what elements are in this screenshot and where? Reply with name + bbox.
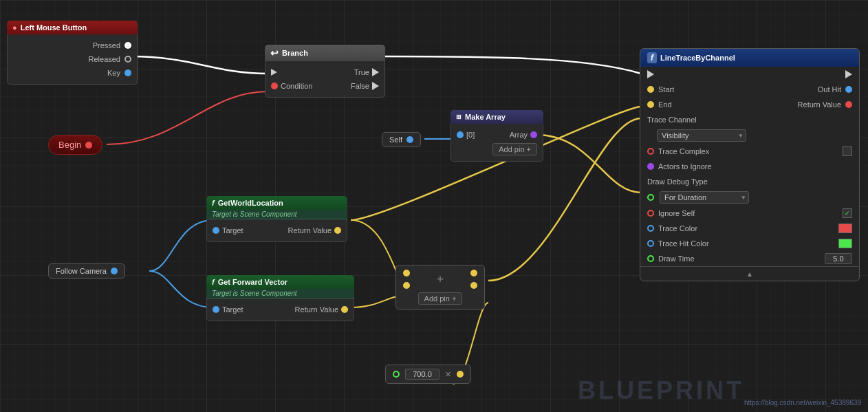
line-trace-panel: f LineTraceByChannel Start Out Hit End R…: [640, 48, 860, 281]
make-array-node: ⊞ Make Array [0] Array Add pin +: [451, 110, 543, 162]
branch-node: ↩ Branch True Condition False: [265, 45, 385, 98]
add-pin-out1[interactable]: [470, 270, 477, 277]
gwl-title: GetWorldLocation: [218, 199, 283, 207]
branch-exec-row: True: [265, 65, 384, 79]
lt-tracehitcolor-pin[interactable]: [647, 240, 654, 247]
get-world-location-node: f GetWorldLocation Target is Scene Compo…: [206, 196, 347, 242]
line-trace-header: f LineTraceByChannel: [640, 49, 859, 67]
branch-body: True Condition False: [265, 61, 385, 98]
make-array-out-pin[interactable]: [530, 131, 537, 138]
make-array-body: [0] Array Add pin +: [451, 124, 543, 162]
lt-end-row: End Return Value: [640, 97, 859, 112]
self-node: Self: [382, 132, 421, 147]
lt-exec-row: [640, 67, 859, 82]
begin-pin[interactable]: [85, 142, 92, 149]
lt-tracecomplex-checkbox[interactable]: [843, 147, 852, 156]
branch-condition-pin[interactable]: [271, 83, 278, 89]
lt-drawtime-pin[interactable]: [647, 255, 654, 262]
make-array-add-pin-btn[interactable]: Add pin +: [492, 143, 537, 155]
make-array-addpin-row: Add pin +: [451, 142, 543, 157]
gwl-target-pin[interactable]: [213, 227, 219, 234]
lt-tracehitcolor-swatch[interactable]: [838, 239, 852, 248]
add-pin-in1[interactable]: [403, 270, 410, 277]
lmb-title: Left Mouse Button: [21, 23, 87, 32]
trace-channel-dropdown[interactable]: Visibility Camera WorldStatic: [657, 129, 746, 142]
begin-node: Begin: [48, 135, 102, 155]
node-header-lmb: ● Left Mouse Button: [7, 21, 138, 34]
make-array-item-row: [0] Array: [451, 128, 543, 142]
lmb-pressed-pin[interactable]: [124, 42, 131, 49]
value-node-input[interactable]: [405, 369, 440, 380]
self-pin[interactable]: [406, 136, 413, 143]
follow-camera-pin[interactable]: [111, 268, 118, 274]
add-pin-btn[interactable]: Add pin +: [418, 292, 463, 305]
lt-tracecolor-row: Trace Color: [640, 221, 859, 236]
gwl-header: f GetWorldLocation: [206, 196, 347, 210]
lt-outhit-pin[interactable]: [845, 86, 852, 93]
branch-true-pin[interactable]: [372, 68, 379, 76]
value-node: ✕: [385, 365, 471, 384]
gfv-target-pin[interactable]: [213, 306, 219, 313]
lmb-released-row: Released: [8, 52, 137, 66]
gfv-title: Get Forward Vector: [218, 278, 287, 286]
lt-scroll-arrow[interactable]: ▲: [640, 266, 859, 281]
make-array-in-pin[interactable]: [457, 131, 464, 138]
lt-end-pin[interactable]: [647, 101, 654, 108]
get-forward-vector-node: f Get Forward Vector Target is Scene Com…: [206, 275, 354, 321]
branch-false-pin[interactable]: [372, 82, 379, 90]
branch-exec-in[interactable]: [271, 69, 277, 76]
value-node-close[interactable]: ✕: [445, 370, 451, 379]
line-trace-title: LineTraceByChannel: [660, 54, 735, 62]
lt-ignoreself-checkbox[interactable]: ✓: [843, 208, 852, 218]
lt-tracecolor-pin[interactable]: [647, 225, 654, 232]
lt-exec-out[interactable]: [845, 70, 852, 78]
branch-header: ↩ Branch: [265, 45, 385, 61]
value-node-out-pin[interactable]: [457, 371, 464, 378]
lmb-key-row: Key: [8, 66, 137, 80]
gfv-return-pin[interactable]: [341, 306, 348, 313]
lt-start-pin[interactable]: [647, 86, 654, 93]
gfv-body: Target Return Value: [206, 299, 354, 321]
lt-drawtime-row: Draw Time: [640, 251, 859, 266]
lt-tracecolor-swatch[interactable]: [838, 224, 852, 233]
draw-debug-dropdown[interactable]: For Duration None ForOneFrame Persistent: [660, 191, 749, 204]
gfv-header: f Get Forward Vector: [206, 275, 354, 289]
gwl-return-pin[interactable]: [334, 227, 341, 234]
lt-returnval-pin[interactable]: [845, 101, 852, 108]
follow-camera-node: Follow Camera: [48, 263, 125, 279]
lt-ignoreself-pin[interactable]: [647, 210, 654, 217]
trace-channel-dropdown-wrapper: Visibility Camera WorldStatic: [657, 129, 746, 142]
self-label: Self: [389, 135, 402, 144]
branch-false-row: Condition False: [265, 79, 384, 93]
lt-start-row: Start Out Hit: [640, 82, 859, 97]
lt-drawdebug-pin[interactable]: [647, 194, 654, 201]
lt-actors-pin[interactable]: [647, 163, 654, 170]
gwl-pins-row: Target Return Value: [207, 224, 347, 237]
lt-drawdebug-dropdown-row: For Duration None ForOneFrame Persistent: [640, 189, 859, 206]
value-node-in-pin[interactable]: [393, 371, 400, 378]
begin-label: Begin: [58, 140, 81, 150]
make-array-title: Make Array: [465, 113, 506, 121]
lmb-body: Pressed Released Key: [7, 34, 138, 85]
make-array-header: ⊞ Make Array: [451, 110, 543, 124]
gwl-body: Target Return Value: [206, 219, 347, 242]
blueprint-watermark: BLUEPRINT: [578, 376, 744, 405]
gfv-subtitle: Target is Scene Component: [206, 289, 354, 299]
lt-tracecomplex-pin[interactable]: [647, 148, 654, 155]
lt-tracechannel-label-row: Trace Channel: [640, 112, 859, 127]
add-pin-in2[interactable]: [403, 282, 410, 289]
lt-tracehitcolor-row: Trace Hit Color: [640, 236, 859, 251]
follow-camera-label: Follow Camera: [56, 267, 107, 275]
lt-trace-complex-row: Trace Complex: [640, 144, 859, 159]
lt-exec-in[interactable]: [647, 70, 654, 78]
gfv-pins-row: Target Return Value: [207, 303, 354, 316]
lt-actors-row: Actors to Ignore: [640, 159, 859, 174]
lmb-released-pin[interactable]: [124, 56, 131, 63]
left-mouse-button-node: ● Left Mouse Button Pressed Released Key: [7, 21, 138, 85]
lmb-key-pin[interactable]: [124, 69, 131, 76]
lt-drawdebug-label-row: Draw Debug Type: [640, 174, 859, 189]
gwl-subtitle: Target is Scene Component: [206, 210, 347, 219]
lt-drawtime-input[interactable]: [825, 253, 852, 264]
add-pin-node: + Add pin +: [395, 265, 485, 310]
add-pin-out2[interactable]: [470, 282, 477, 289]
